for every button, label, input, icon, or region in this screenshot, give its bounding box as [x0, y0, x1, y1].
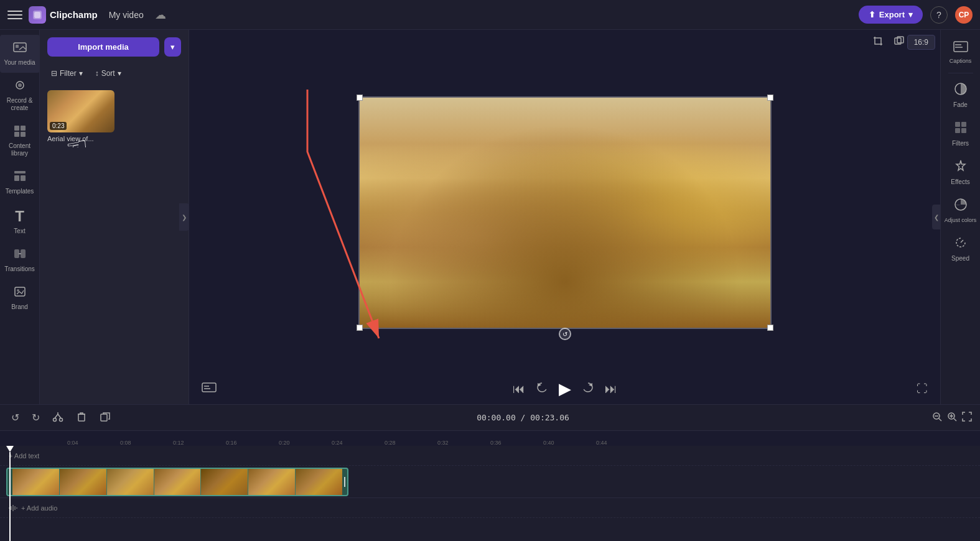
right-tool-effects[interactable]: Effects — [941, 153, 981, 192]
add-text-track-content[interactable]: + Add text — [6, 446, 980, 465]
adjust-colors-icon — [954, 198, 968, 215]
video-preview-image — [360, 98, 770, 328]
logo-area: Clipchamp — [29, 6, 98, 24]
time-total: 00:23.06 — [530, 413, 569, 422]
right-divider-1 — [948, 73, 973, 73]
right-tool-fade[interactable]: Fade — [941, 76, 981, 114]
timeline-delete-button[interactable] — [72, 409, 91, 427]
timeline-redo-button[interactable]: ↻ — [28, 409, 44, 426]
handle-bottom-left[interactable] — [357, 325, 363, 331]
play-button[interactable]: ▶ — [559, 379, 571, 399]
export-button[interactable]: ⬆ Export ▾ — [859, 6, 923, 24]
media-item[interactable]: 0:23 Aerial view of... ☞ — [47, 90, 114, 142]
filter-button[interactable]: ⊟ Filter ▾ — [47, 67, 86, 80]
panel-collapse-button[interactable]: ❯ — [179, 203, 189, 231]
rewind-button[interactable] — [535, 381, 549, 397]
timeline-cut-button[interactable] — [49, 409, 67, 427]
filters-icon — [954, 121, 968, 137]
left-panel: Import media ▾ ⊟ Filter ▾ ↕ Sort ▾ — [40, 30, 189, 404]
sidebar-item-content-library[interactable]: Content library — [0, 118, 40, 164]
sidebar-item-text[interactable]: T Text — [0, 201, 40, 241]
captions-toggle-button[interactable] — [202, 382, 217, 395]
timeline-toolbar: ↺ ↻ 00:00.00 / 00: — [0, 405, 980, 431]
avatar[interactable]: CP — [955, 6, 973, 24]
svg-rect-12 — [21, 175, 26, 181]
preview-toolbar: ··· — [189, 30, 940, 55]
right-sidebar-collapse-button[interactable]: ❮ — [932, 205, 941, 229]
svg-rect-29 — [955, 122, 960, 127]
right-tool-adjust-colors-label: Adjust colors — [945, 217, 977, 223]
right-tool-adjust-colors[interactable]: Adjust colors — [941, 192, 981, 229]
svg-rect-9 — [21, 132, 26, 137]
video-track — [0, 466, 980, 498]
app-name: Clipchamp — [50, 9, 98, 20]
rotate-handle[interactable]: ↺ — [559, 328, 571, 340]
media-grid: 0:23 Aerial view of... ☞ — [40, 85, 189, 147]
svg-point-35 — [60, 418, 63, 421]
ruler-mark-8: 0:36 — [490, 440, 543, 446]
project-name[interactable]: My video — [104, 7, 149, 22]
svg-rect-30 — [961, 122, 966, 127]
fullscreen-button[interactable]: ⛶ — [917, 382, 928, 395]
ruler-mark-9: 0:40 — [543, 440, 596, 446]
skip-forward-button[interactable]: ⏭ — [605, 382, 617, 396]
topbar-right: ⬆ Export ▾ ? CP — [859, 6, 973, 24]
sort-icon: ↕ — [95, 69, 99, 78]
handle-top-right[interactable] — [767, 95, 773, 101]
sidebar-item-your-media[interactable]: Your media — [0, 35, 40, 73]
clip-frames — [12, 469, 342, 495]
svg-rect-7 — [21, 126, 26, 131]
content-library-icon — [13, 124, 27, 140]
svg-rect-31 — [955, 128, 960, 133]
topbar-left: Clipchamp My video ☁ — [7, 6, 851, 24]
svg-rect-32 — [961, 128, 966, 133]
timeline-area: ↺ ↻ 00:00.00 / 00: — [0, 404, 980, 541]
media-thumbnail: 0:23 — [47, 90, 114, 132]
sidebar-item-transitions[interactable]: Transitions — [0, 241, 40, 279]
svg-point-34 — [54, 418, 57, 421]
right-tool-speed[interactable]: Speed — [941, 229, 981, 268]
menu-button[interactable] — [7, 7, 22, 22]
handle-bottom-right[interactable] — [767, 325, 773, 331]
sidebar-item-record-create[interactable]: Record & create — [0, 73, 40, 118]
sidebar-label-transitions: Transitions — [4, 266, 35, 273]
clip-handle-left[interactable] — [7, 469, 12, 495]
import-dropdown-button[interactable]: ▾ — [164, 37, 181, 57]
clip-handle-right[interactable] — [342, 469, 347, 495]
help-button[interactable]: ? — [930, 6, 948, 24]
add-audio-track-content[interactable]: + Add audio — [6, 504, 57, 512]
zoom-out-button[interactable] — [931, 411, 943, 425]
sidebar-label-your-media: Your media — [4, 59, 35, 67]
skip-back-button[interactable]: ⏮ — [513, 382, 525, 396]
add-audio-track-row: + Add audio — [0, 498, 980, 518]
zoom-in-button[interactable] — [946, 411, 958, 425]
handle-top-left[interactable] — [357, 95, 363, 101]
text-icon: T — [15, 208, 24, 225]
import-media-button[interactable]: Import media — [47, 37, 159, 57]
sidebar-item-templates[interactable]: Templates — [0, 164, 40, 201]
fit-to-timeline-button[interactable] — [961, 411, 973, 425]
add-text-label: + Add text — [9, 452, 39, 460]
sidebar-item-brand-kit[interactable]: Brand — [0, 279, 40, 317]
timeline-duplicate-button[interactable] — [96, 409, 114, 427]
right-tool-filters-label: Filters — [952, 140, 969, 147]
resize-button[interactable] — [891, 33, 907, 52]
sort-button[interactable]: ↕ Sort ▾ — [91, 67, 125, 80]
right-tool-captions[interactable]: Captions — [941, 35, 981, 70]
timeline-undo-button[interactable]: ↺ — [7, 409, 23, 426]
right-tool-speed-label: Speed — [951, 255, 969, 262]
crop-button[interactable] — [870, 33, 886, 52]
right-tool-filters[interactable]: Filters — [941, 114, 981, 153]
sort-label: Sort — [101, 69, 115, 78]
transitions-icon — [13, 247, 27, 263]
aspect-ratio-button[interactable]: 16:9 — [907, 35, 935, 50]
record-create-icon — [13, 79, 27, 95]
fade-icon — [954, 82, 968, 99]
fast-forward-button[interactable] — [581, 381, 595, 397]
left-sidebar: Your media Record & create Content lib — [0, 30, 40, 404]
clip-frame-7 — [296, 469, 342, 495]
time-separator: / — [521, 413, 531, 422]
svg-rect-13 — [14, 249, 19, 258]
video-clip[interactable] — [6, 468, 348, 496]
svg-rect-20 — [202, 383, 216, 392]
